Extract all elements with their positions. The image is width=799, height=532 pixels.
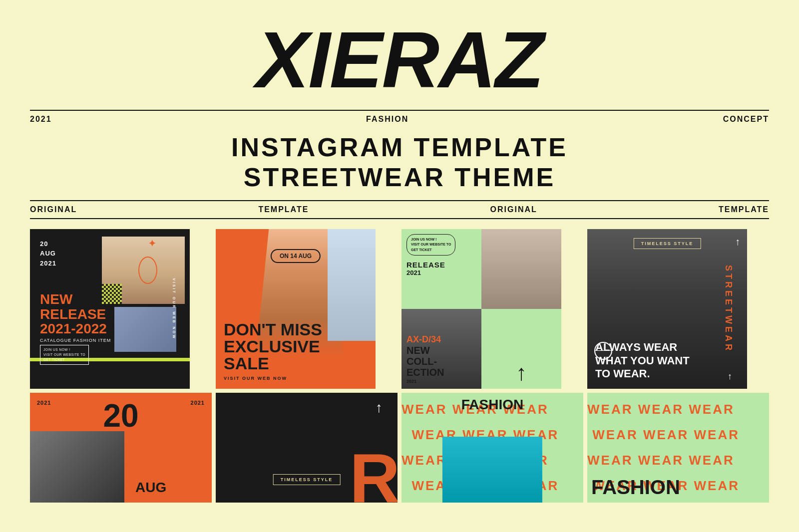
- card7-fashion: FASHION: [461, 397, 523, 413]
- card4-arrow-bottom: ↑: [728, 371, 732, 382]
- card2-cta: VISIT OUR WEB NOW: [224, 376, 368, 381]
- card5-aug: AUG: [135, 480, 166, 496]
- card6-timeless: TIMELESS STYLE: [273, 474, 341, 485]
- card4-arrow-top: ↑: [735, 236, 740, 248]
- card-new-collection: JOIN US NOW !VISIT OUR WEBSITE TOGET TIC…: [401, 229, 561, 389]
- label-template1: TEMPLATE: [258, 205, 309, 214]
- card2-heading: DON'T MISSEXCLUSIVESALE: [224, 321, 368, 372]
- card1-catalogue: CATALOGUE FASHION ITEM: [40, 338, 180, 343]
- card2-badge: ON 14 AUG: [271, 249, 321, 263]
- card1-heading: NEWRELEASE2021-2022: [40, 292, 180, 336]
- card6-arrow: ↑: [376, 400, 383, 416]
- card-new-release: 20 AUG 2021 ✦ NEWRELEASE2021-2022 CATALO…: [30, 229, 190, 389]
- subtitle-line1: INSTAGRAM TEMPLATE: [30, 133, 769, 163]
- card3-year: 2021: [406, 269, 476, 276]
- labels-row: ORIGINAL TEMPLATE ORIGINAL TEMPLATE: [0, 201, 799, 218]
- label-original1: ORIGINAL: [30, 205, 77, 214]
- meta-year: 2021: [30, 115, 52, 124]
- label-template2: TEMPLATE: [719, 205, 769, 214]
- card5-num: 20: [103, 400, 138, 432]
- card4-side-text: STREETWEAR: [723, 265, 734, 353]
- card3-release: RELEASE: [406, 261, 476, 269]
- subtitle-line2: STREETWEAR THEME: [30, 163, 769, 193]
- card1-cta: JOIN US NOW !VISIT OUR WEBSITE TOGET TIC…: [40, 345, 89, 364]
- brand-title: XIERAZ: [30, 20, 769, 100]
- header: XIERAZ: [0, 0, 799, 100]
- meta-category: FASHION: [366, 115, 408, 124]
- card8-fashion: FASHION: [591, 476, 680, 499]
- card3-year2: 2021: [406, 379, 476, 384]
- card-dont-miss: ON 14 AUG DON'T MISSEXCLUSIVESALE VISIT …: [216, 229, 376, 389]
- label-original2: ORIGINAL: [490, 205, 537, 214]
- card4-globe-icon: [594, 342, 612, 360]
- card3-ax: AX-D/34: [406, 334, 476, 345]
- card5-year2: 2021: [191, 400, 205, 406]
- card-20-aug: 2021 20 2021 AUG: [30, 393, 212, 503]
- card5-year1: 2021: [37, 400, 51, 406]
- card1-side-text: VISIT OUR WEB NOW: [172, 278, 176, 339]
- cards-grid-top: 20 AUG 2021 ✦ NEWRELEASE2021-2022 CATALO…: [0, 229, 799, 389]
- card4-timeless: TIMELESS STYLE: [634, 238, 701, 249]
- card3-arrow: ↑: [516, 362, 527, 384]
- card-timeless-r: ↑ R TIMELESS STYLE: [216, 393, 398, 503]
- card3-join-oval: JOIN US NOW !VISIT OUR WEBSITE TOGET TIC…: [406, 234, 455, 256]
- card6-r-letter: R: [350, 448, 398, 503]
- subtitle-section: INSTAGRAM TEMPLATE STREETWEAR THEME: [0, 128, 799, 200]
- card4-heading: ALWAYS WEARWHAT YOU WANTTO WEAR.: [595, 341, 739, 380]
- card-fashion-bottom: WEAR WEAR WEAR WEAR WEAR WEAR WEAR WEAR …: [587, 393, 769, 503]
- card-streetwear: TIMELESS STYLE ↑ STREETWEAR ALWAYS WEARW…: [587, 229, 747, 389]
- cards-grid-bottom: 2021 20 2021 AUG ↑ R TIMELESS STYLE WEAR…: [0, 393, 799, 503]
- card3-new-coll: NEWCOLL-ECTION: [406, 345, 476, 378]
- mid-divider: [30, 218, 769, 219]
- meta-concept: CONCEPT: [723, 115, 769, 124]
- meta-row: 2021 FASHION CONCEPT: [0, 111, 799, 128]
- card-fashion-wear: WEAR WEAR WEAR WEAR WEAR WEAR WEAR WEAR …: [401, 393, 583, 503]
